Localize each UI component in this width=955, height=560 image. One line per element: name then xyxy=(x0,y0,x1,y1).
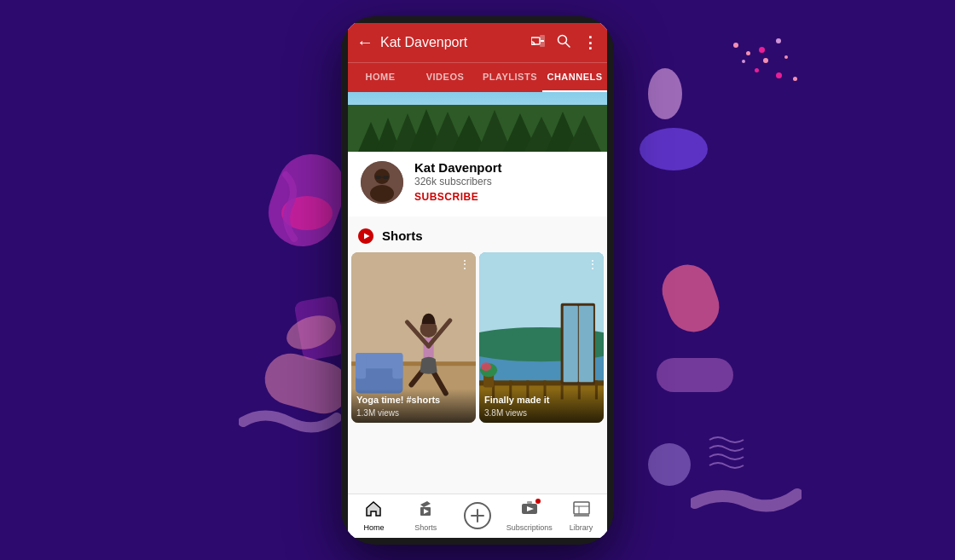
svg-rect-1 xyxy=(531,38,540,44)
subscribe-button[interactable]: SUBSCRIBE xyxy=(414,191,478,203)
decoration-blob-3 xyxy=(293,295,345,361)
svg-rect-22 xyxy=(383,176,389,179)
shorts-section: Shorts xyxy=(348,216,607,430)
svg-line-5 xyxy=(565,43,570,47)
home-nav-icon xyxy=(365,500,382,522)
phone-frame: ← Kat Davenport xyxy=(341,16,614,545)
short-overlay-1: Finally made it 3.8M views xyxy=(479,389,604,422)
nav-item-create[interactable] xyxy=(452,502,504,529)
shorts-section-header: Shorts xyxy=(348,223,607,252)
svg-rect-52 xyxy=(564,305,578,382)
search-icon[interactable] xyxy=(557,34,570,51)
svg-rect-29 xyxy=(356,353,366,378)
nav-item-subscriptions[interactable]: Subscriptions xyxy=(503,497,555,535)
pink-splash xyxy=(281,307,350,361)
banner-trees xyxy=(348,105,607,152)
channel-banner xyxy=(348,92,607,152)
svg-rect-3 xyxy=(541,40,544,42)
short-title-1: Finally made it xyxy=(484,394,599,406)
tab-videos[interactable]: VIDEOS xyxy=(413,63,478,92)
short-card-0[interactable]: ⋮ Yoga time! #shorts 1.3M views xyxy=(351,252,476,423)
decoration-blob-2 xyxy=(281,196,333,230)
brush-stroke-left xyxy=(239,401,341,447)
svg-rect-53 xyxy=(579,305,593,382)
channel-details: Kat Davenport 326k subscribers SUBSCRIBE xyxy=(414,160,597,204)
nav-item-home[interactable]: Home xyxy=(348,497,400,535)
home-nav-label: Home xyxy=(363,523,384,532)
tab-playlists[interactable]: PLAYLISTS xyxy=(478,63,542,92)
create-button[interactable] xyxy=(464,502,491,529)
shorts-logo-icon xyxy=(356,227,375,245)
subscriptions-nav-label: Subscriptions xyxy=(506,523,553,532)
svg-point-0 xyxy=(282,309,341,355)
header-icons: ⋮ xyxy=(531,33,599,52)
brush-stroke-right xyxy=(691,477,802,523)
back-button[interactable]: ← xyxy=(356,32,373,52)
wave-decoration xyxy=(705,433,752,475)
youtube-header: ← Kat Davenport xyxy=(348,23,607,62)
short-title-0: Yoga time! #shorts xyxy=(356,394,471,406)
nav-item-library[interactable]: Library xyxy=(555,497,607,535)
svg-rect-63 xyxy=(527,501,532,504)
decoration-blob-8 xyxy=(657,358,733,392)
purple-stroke xyxy=(269,170,303,251)
channel-tabs: HOME VIDEOS PLAYLISTS CHANNELS xyxy=(348,62,607,92)
shorts-section-label: Shorts xyxy=(382,228,423,243)
cast-icon[interactable] xyxy=(531,35,545,50)
decoration-blob-6 xyxy=(640,128,708,170)
shorts-grid: ⋮ Yoga time! #shorts 1.3M views xyxy=(348,252,607,423)
bottom-navigation: Home Shorts xyxy=(348,494,607,538)
svg-rect-21 xyxy=(375,176,381,179)
short-more-button-1[interactable]: ⋮ xyxy=(587,257,599,271)
tab-channels[interactable]: CHANNELS xyxy=(542,63,607,92)
svg-point-56 xyxy=(481,362,491,371)
channel-name: Kat Davenport xyxy=(414,160,597,175)
more-options-icon[interactable]: ⋮ xyxy=(582,33,599,52)
library-nav-icon xyxy=(573,500,590,522)
decoration-blob-7 xyxy=(655,257,726,339)
tab-home[interactable]: HOME xyxy=(348,63,413,92)
svg-rect-30 xyxy=(392,353,402,378)
channel-avatar xyxy=(358,159,406,206)
short-views-1: 3.8M views xyxy=(484,408,599,418)
svg-point-20 xyxy=(370,185,394,202)
short-more-button-0[interactable]: ⋮ xyxy=(459,257,471,271)
shorts-nav-icon xyxy=(417,500,434,522)
channel-subscribers: 326k subscribers xyxy=(414,176,597,188)
channel-title-header: Kat Davenport xyxy=(380,35,531,50)
svg-rect-64 xyxy=(574,502,589,514)
decoration-blob-9 xyxy=(648,443,691,486)
phone-screen: ← Kat Davenport xyxy=(348,23,607,538)
subscriptions-nav-icon xyxy=(521,500,538,522)
nav-item-shorts[interactable]: Shorts xyxy=(400,497,452,535)
short-card-1[interactable]: ⋮ Finally made it 3.8M views xyxy=(479,252,604,423)
channel-content: Shorts xyxy=(348,216,607,494)
library-nav-label: Library xyxy=(570,523,593,532)
shorts-nav-label: Shorts xyxy=(414,523,437,532)
short-overlay-0: Yoga time! #shorts 1.3M views xyxy=(351,389,476,422)
decoration-blob-5 xyxy=(648,68,682,119)
channel-info-section: Kat Davenport 326k subscribers SUBSCRIBE xyxy=(348,152,607,216)
short-views-0: 1.3M views xyxy=(356,408,471,418)
